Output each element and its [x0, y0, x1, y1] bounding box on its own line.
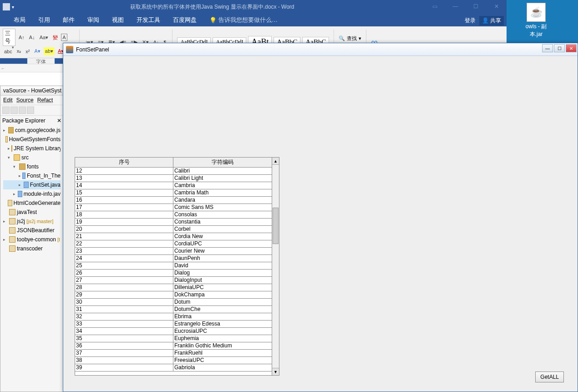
tree-item[interactable]: HowGetSystemFonts	[3, 135, 61, 144]
table-row[interactable]: 27DialogInput	[75, 277, 272, 284]
scroll-thumb[interactable]	[273, 208, 279, 244]
table-row[interactable]: 20Corbel	[75, 226, 272, 233]
table-row[interactable]: 26Dialog	[75, 270, 272, 277]
menu-source[interactable]: Source	[16, 97, 34, 103]
tree-item[interactable]: ▸module-info.jav	[3, 189, 61, 199]
tree-item[interactable]: JSONBeautifier	[3, 226, 61, 235]
ruler-tab-icon[interactable]: ⌐	[0, 66, 6, 71]
table-row[interactable]: 37FrankRuehl	[75, 350, 272, 357]
table-row[interactable]: 25David	[75, 262, 272, 270]
ribbon-options-icon[interactable]: ▭	[425, 0, 445, 13]
superscript-icon[interactable]: x²	[24, 48, 31, 55]
table-row[interactable]: 38FreesiaUPC	[75, 357, 272, 364]
tree-twisty-icon[interactable]: ▸	[8, 144, 10, 153]
change-case-icon[interactable]: Aa▾	[38, 34, 50, 41]
swing-maximize-icon[interactable]: ☐	[554, 44, 565, 52]
phonetic-guide-icon[interactable]: 變	[51, 33, 59, 42]
login-link[interactable]: 登录	[465, 17, 476, 25]
grow-font-icon[interactable]: A↑	[17, 34, 26, 41]
tab-layout[interactable]: 布局	[14, 16, 25, 24]
tree-item[interactable]: ▸toobye-common [t	[3, 235, 61, 244]
column-header-encoding[interactable]: 字符编码	[173, 158, 272, 167]
table-row[interactable]: 36Franklin Gothic Medium	[75, 342, 272, 350]
vertical-scrollbar[interactable]: ▲ ▼	[272, 157, 279, 376]
swing-minimize-icon[interactable]: —	[542, 44, 553, 52]
font-table[interactable]: 序号 字符编码 12Calibri13Calibri Light14Cambri…	[75, 157, 272, 376]
table-row[interactable]: 33Estrangelo Edessa	[75, 321, 272, 328]
maximize-icon[interactable]: ☐	[466, 0, 486, 13]
table-body[interactable]: 12Calibri13Calibri Light14Cambria15Cambr…	[75, 168, 272, 373]
desktop-jar-icon[interactable]: owls - 副本.jar	[522, 3, 551, 38]
table-row[interactable]: 12Calibri	[75, 168, 272, 175]
table-row[interactable]: 17Comic Sans MS	[75, 204, 272, 211]
tree-item[interactable]: ▸js2j [js2j master]	[3, 217, 61, 226]
find-button[interactable]: 查找	[347, 35, 357, 42]
tree-item[interactable]: ▸JRE System Library	[3, 144, 61, 153]
table-row[interactable]: 18Consolas	[75, 211, 272, 219]
close-icon[interactable]: ✕	[486, 0, 507, 13]
table-row[interactable]: 28DilleniaUPC	[75, 284, 272, 291]
getall-button[interactable]: GetALL	[535, 372, 564, 382]
swing-close-icon[interactable]: ✕	[566, 44, 577, 52]
table-row[interactable]: 22CordiaUPC	[75, 240, 272, 248]
tree-twisty-icon[interactable]: ▸	[3, 235, 8, 244]
package-explorer-tree[interactable]: ▸com.googlecode.jsHowGetSystemFonts▸JRE …	[2, 125, 61, 254]
tree-twisty-icon[interactable]: ▸	[13, 189, 16, 199]
tree-twisty-icon[interactable]: ▸	[3, 217, 8, 226]
tree-twisty-icon[interactable]: ▾	[8, 153, 12, 162]
table-row[interactable]: 39Gabriola	[75, 364, 272, 372]
menu-edit[interactable]: Edit	[3, 97, 13, 103]
swing-titlebar[interactable]: FontSetPanel — ☐ ✕	[63, 43, 578, 56]
shrink-font-icon[interactable]: A↓	[28, 34, 36, 41]
tree-item[interactable]: transcoder	[3, 244, 61, 253]
tree-twisty-icon[interactable]: ▾	[13, 162, 18, 171]
table-row[interactable]: 34EucrosiaUPC	[75, 328, 272, 335]
text-effects-icon[interactable]: A▾	[33, 47, 41, 55]
menu-refactor[interactable]: Refact	[37, 97, 53, 103]
character-border-icon[interactable]: A	[61, 34, 67, 41]
table-row[interactable]: 21Cordia New	[75, 233, 272, 240]
table-row[interactable]: 35Euphemia	[75, 335, 272, 342]
tree-item[interactable]: ▸FontSet.java	[3, 180, 61, 189]
table-row[interactable]: 19Constantia	[75, 219, 272, 226]
table-row[interactable]: 15Cambria Math	[75, 189, 272, 197]
close-view-icon[interactable]: ✕	[57, 117, 61, 124]
table-row[interactable]: 32Ebrima	[75, 313, 272, 321]
tab-baidu[interactable]: 百度网盘	[173, 16, 197, 24]
tab-mailings[interactable]: 邮件	[63, 16, 75, 24]
tab-view[interactable]: 视图	[112, 16, 124, 24]
tell-me-input[interactable]: 告诉我您想要做什么…	[218, 16, 278, 24]
tree-item[interactable]: ▾src	[3, 153, 61, 162]
tree-item[interactable]: ▸com.googlecode.js	[3, 126, 61, 135]
tree-twisty-icon[interactable]: ▸	[19, 171, 21, 180]
tree-item[interactable]: ▸Fonst_In_The	[3, 171, 61, 180]
column-header-index[interactable]: 序号	[75, 158, 173, 167]
tab-review[interactable]: 审阅	[87, 16, 99, 24]
tree-item[interactable]: HtmlCodeGenerate	[3, 199, 61, 208]
share-button[interactable]: 👤 共享	[479, 16, 504, 25]
tree-twisty-icon[interactable]: ▸	[3, 126, 7, 135]
table-row[interactable]: 13Calibri Light	[75, 175, 272, 182]
subscript-icon[interactable]: x₂	[15, 47, 23, 55]
table-row[interactable]: 16Candara	[75, 197, 272, 204]
toolbar-build-icon[interactable]	[27, 107, 34, 114]
qat-dropdown-icon[interactable]: ▾	[12, 5, 14, 10]
tab-references[interactable]: 引用	[38, 16, 50, 24]
tree-item[interactable]: ▾fonts	[3, 162, 61, 171]
table-row[interactable]: 24DaunPenh	[75, 255, 272, 262]
table-row[interactable]: 31DotumChe	[75, 306, 272, 313]
scroll-down-icon[interactable]: ▼	[272, 368, 279, 375]
highlight-icon[interactable]: ab▾	[44, 47, 55, 55]
tab-developer[interactable]: 开发工具	[137, 16, 160, 24]
font-size-select[interactable]: 三号	[3, 29, 15, 46]
table-row[interactable]: 29DokChampa	[75, 291, 272, 299]
tree-twisty-icon[interactable]: ▸	[19, 180, 22, 189]
table-row[interactable]: 14Cambria	[75, 182, 272, 189]
toolbar-new-icon[interactable]	[2, 107, 10, 114]
tree-item[interactable]: javaTest	[3, 208, 61, 217]
toolbar-saveall-icon[interactable]	[19, 107, 26, 114]
table-row[interactable]: 30Dotum	[75, 299, 272, 306]
scroll-up-icon[interactable]: ▲	[272, 158, 279, 165]
minimize-icon[interactable]: —	[445, 0, 466, 13]
toolbar-save-icon[interactable]	[10, 107, 18, 114]
